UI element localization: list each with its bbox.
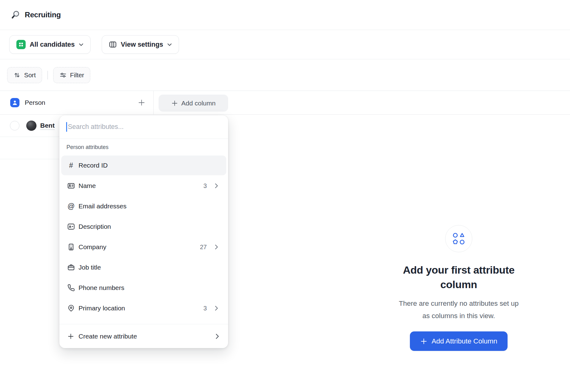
blue-person-icon bbox=[10, 98, 19, 107]
menu-item-primary-location[interactable]: Primary location 3 bbox=[61, 298, 226, 318]
briefcase-icon bbox=[67, 263, 75, 271]
search-input[interactable] bbox=[68, 123, 221, 131]
app-header: Recruiting bbox=[0, 0, 570, 30]
attribute-menu: Person attributes # Record ID Name 3 @ bbox=[59, 115, 228, 348]
plus-icon bbox=[171, 100, 178, 107]
avatar bbox=[26, 121, 36, 131]
page-title: Recruiting bbox=[25, 11, 61, 19]
building-icon bbox=[67, 243, 75, 251]
sort-label: Sort bbox=[24, 71, 36, 79]
menu-item-email-addresses[interactable]: @ Email addresses bbox=[61, 196, 226, 216]
view-switcher-button[interactable]: All candidates bbox=[9, 35, 91, 54]
menu-item-job-title[interactable]: Job title bbox=[61, 258, 226, 277]
chevron-right-icon bbox=[215, 244, 218, 250]
create-new-attribute-item[interactable]: Create new attribute bbox=[59, 324, 228, 348]
toolbar-divider bbox=[47, 71, 48, 79]
table-header: Person Add column bbox=[0, 91, 570, 115]
person-column-label: Person bbox=[25, 99, 45, 106]
empty-state-description: There are currently no attributes set up… bbox=[399, 297, 519, 322]
menu-section-label: Person attributes bbox=[59, 143, 228, 152]
empty-state-title: Add your first attribute column bbox=[403, 263, 514, 292]
add-attribute-plus-button[interactable] bbox=[136, 97, 147, 108]
chevron-right-icon bbox=[215, 333, 219, 339]
phone-icon bbox=[67, 284, 75, 292]
empty-state: Add your first attribute column There ar… bbox=[363, 225, 555, 351]
menu-item-company[interactable]: Company 27 bbox=[61, 237, 226, 257]
actions-toolbar: Sort Filter bbox=[0, 59, 570, 91]
add-column-button[interactable]: Add column bbox=[159, 95, 228, 112]
location-pin-icon bbox=[67, 304, 75, 312]
attribute-search[interactable] bbox=[59, 115, 228, 139]
text-caret bbox=[66, 122, 67, 132]
at-sign-icon: @ bbox=[67, 202, 75, 210]
add-attribute-column-button[interactable]: Add Attribute Column bbox=[410, 331, 508, 351]
text-description-icon bbox=[67, 223, 75, 231]
view-switcher-label: All candidates bbox=[30, 41, 75, 49]
shapes-grid-icon bbox=[445, 225, 472, 252]
chevron-right-icon bbox=[215, 305, 218, 311]
chevron-down-icon bbox=[79, 43, 83, 46]
columns-layout-icon bbox=[109, 40, 117, 49]
views-toolbar: All candidates View settings bbox=[0, 30, 570, 59]
add-column-label: Add column bbox=[181, 100, 216, 107]
menu-item-description[interactable]: Description bbox=[61, 217, 226, 236]
green-grid-icon bbox=[16, 40, 26, 49]
hash-icon: # bbox=[67, 161, 75, 169]
id-card-icon bbox=[67, 182, 75, 190]
filter-sliders-icon bbox=[59, 71, 67, 79]
plus-icon bbox=[420, 338, 428, 345]
person-column-header[interactable]: Person bbox=[0, 91, 154, 114]
chevron-down-icon bbox=[167, 43, 172, 46]
menu-item-phone-numbers[interactable]: Phone numbers bbox=[61, 278, 226, 298]
view-settings-button[interactable]: View settings bbox=[102, 35, 179, 54]
menu-items: # Record ID Name 3 @ Email addresses bbox=[59, 152, 228, 319]
menu-item-name[interactable]: Name 3 bbox=[61, 176, 226, 196]
sort-button[interactable]: Sort bbox=[7, 67, 42, 83]
filter-label: Filter bbox=[70, 71, 84, 79]
record-name[interactable]: Bent bbox=[40, 122, 55, 130]
plus-icon bbox=[67, 333, 74, 340]
filter-button[interactable]: Filter bbox=[53, 67, 91, 83]
view-settings-label: View settings bbox=[121, 41, 163, 49]
chevron-right-icon bbox=[215, 183, 218, 189]
menu-item-record-id[interactable]: # Record ID bbox=[61, 156, 226, 175]
row-checkbox[interactable] bbox=[10, 121, 19, 130]
magnifying-glass-icon bbox=[11, 10, 20, 19]
sort-arrows-icon bbox=[13, 71, 21, 79]
